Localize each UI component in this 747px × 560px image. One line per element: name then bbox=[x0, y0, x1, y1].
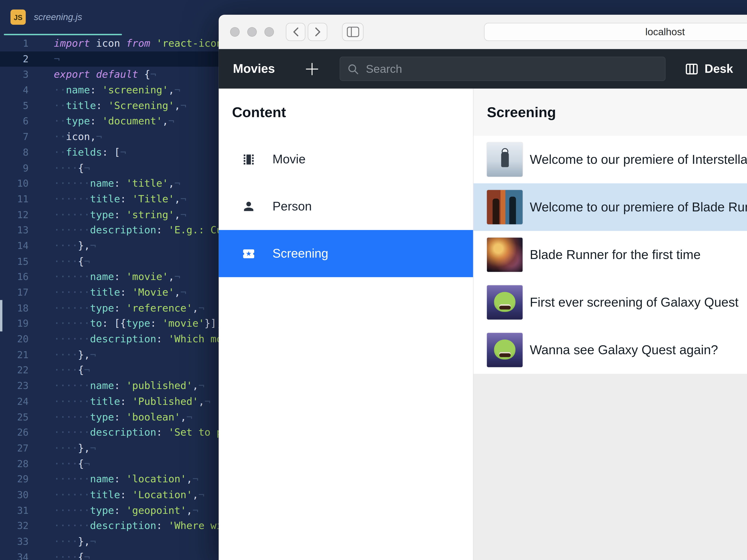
line-number: 4 bbox=[0, 82, 36, 98]
line-number: 17 bbox=[0, 285, 36, 300]
screening-pane-title: Screening bbox=[474, 89, 747, 136]
code-text: ······title: 'Location',¬ bbox=[36, 487, 205, 503]
line-number: 32 bbox=[0, 518, 36, 534]
screening-list-item[interactable]: First ever screening of Galaxy Quest bbox=[474, 278, 747, 326]
search-input[interactable] bbox=[365, 61, 658, 76]
code-text: ······to: [{type: 'movie'}],¬ bbox=[36, 316, 229, 331]
studio-navbar: Movies bbox=[219, 49, 747, 88]
code-text: ······title: 'Movie',¬ bbox=[36, 285, 186, 300]
code-text: ····{¬ bbox=[36, 456, 90, 472]
screening-list-item[interactable]: Welcome to our premiere of Interstellar bbox=[474, 136, 747, 183]
line-number: 18 bbox=[0, 300, 36, 316]
screening-list-item[interactable]: Welcome to our premiere of Blade Runner … bbox=[474, 183, 747, 231]
line-number: 24 bbox=[0, 394, 36, 409]
content-type-item-screening[interactable]: Screening bbox=[219, 230, 473, 277]
search-icon bbox=[347, 62, 359, 75]
content-pane-title: Content bbox=[219, 89, 473, 136]
line-number: 9 bbox=[0, 160, 36, 176]
code-text: ··name: 'screening',¬ bbox=[36, 82, 180, 98]
plus-icon bbox=[305, 62, 319, 76]
screening-list-item[interactable]: Wanna see Galaxy Quest again? bbox=[474, 326, 747, 374]
line-number: 15 bbox=[0, 254, 36, 269]
address-bar-url: localhost bbox=[645, 26, 685, 37]
desk-tool-button[interactable]: Desk bbox=[685, 49, 733, 88]
screening-item-title: Welcome to our premiere of Blade Runner … bbox=[530, 200, 747, 214]
screening-item-title: Blade Runner for the first time bbox=[530, 247, 700, 262]
line-number: 6 bbox=[0, 114, 36, 129]
code-text: ····},¬ bbox=[36, 441, 96, 456]
content-type-list: MoviePersonScreening bbox=[219, 136, 473, 277]
code-text: ······type: 'string',¬ bbox=[36, 207, 186, 222]
line-number: 26 bbox=[0, 425, 36, 441]
code-text: ····{¬ bbox=[36, 549, 90, 560]
address-bar[interactable]: localhost bbox=[484, 23, 747, 41]
sidebar-toggle-button[interactable] bbox=[342, 23, 363, 41]
line-number: 23 bbox=[0, 378, 36, 394]
code-text: ··type: 'document',¬ bbox=[36, 114, 174, 129]
person-icon bbox=[242, 200, 255, 213]
chevron-right-icon bbox=[315, 27, 320, 37]
line-number: 21 bbox=[0, 347, 36, 363]
screening-item-title: Wanna see Galaxy Quest again? bbox=[530, 343, 718, 357]
line-number: 19 bbox=[0, 316, 36, 331]
line-number: 10 bbox=[0, 176, 36, 191]
browser-window: localhost Movies bbox=[219, 15, 747, 560]
screening-item-title: First ever screening of Galaxy Quest bbox=[530, 295, 738, 310]
code-text: ······type: 'boolean',¬ bbox=[36, 409, 192, 425]
search-box[interactable] bbox=[340, 57, 666, 81]
editor-tab-screening-js[interactable]: JS screening.js bbox=[0, 0, 122, 34]
line-number: 1 bbox=[0, 36, 36, 51]
screening-item-title: Welcome to our premiere of Interstellar bbox=[530, 152, 747, 167]
code-text: export default {¬ bbox=[36, 67, 156, 82]
poster-thumbnail-galaxyquest bbox=[487, 285, 523, 319]
studio-app: Movies bbox=[219, 49, 747, 560]
window-minimize-button[interactable] bbox=[247, 27, 257, 37]
screening-document-list: Welcome to our premiere of InterstellarW… bbox=[474, 136, 747, 374]
line-number: 28 bbox=[0, 456, 36, 472]
code-text: ······name: 'movie',¬ bbox=[36, 269, 180, 285]
project-title[interactable]: Movies bbox=[233, 49, 275, 88]
back-button[interactable] bbox=[286, 23, 305, 41]
code-text: ····},¬ bbox=[36, 534, 96, 550]
new-document-button[interactable] bbox=[304, 61, 319, 77]
window-zoom-button[interactable] bbox=[264, 27, 274, 37]
forward-button[interactable] bbox=[308, 23, 327, 41]
studio-body: Content MoviePersonScreening Screening W… bbox=[219, 89, 747, 560]
line-number: 14 bbox=[0, 238, 36, 254]
window-close-button[interactable] bbox=[230, 27, 240, 37]
line-number: 29 bbox=[0, 472, 36, 487]
ticket-star-icon bbox=[242, 247, 255, 260]
desk-label: Desk bbox=[704, 62, 733, 76]
poster-thumbnail-interstellar bbox=[487, 142, 523, 177]
code-text: ······title: 'Published',¬ bbox=[36, 394, 210, 409]
content-type-item-movie[interactable]: Movie bbox=[219, 136, 473, 183]
line-number: 5 bbox=[0, 98, 36, 114]
screening-list-item[interactable]: Blade Runner for the first time bbox=[474, 231, 747, 278]
line-number: 13 bbox=[0, 222, 36, 238]
line-number: 27 bbox=[0, 441, 36, 456]
code-text: ······name: 'title',¬ bbox=[36, 176, 180, 191]
tab-filename: screening.js bbox=[34, 12, 82, 22]
screen: JS screening.js 1import icon from 'react… bbox=[0, 0, 747, 560]
browser-titlebar: localhost bbox=[219, 15, 747, 50]
columns-icon bbox=[685, 61, 699, 76]
line-number: 16 bbox=[0, 269, 36, 285]
code-text: ······type: 'reference',¬ bbox=[36, 300, 205, 316]
film-icon bbox=[242, 153, 255, 166]
javascript-file-icon: JS bbox=[10, 9, 26, 25]
content-type-item-person[interactable]: Person bbox=[219, 183, 473, 230]
screening-pane: Screening Welcome to our premiere of Int… bbox=[474, 89, 747, 560]
code-text: ··title: 'Screening',¬ bbox=[36, 98, 186, 114]
line-number: 12 bbox=[0, 207, 36, 222]
line-number: 8 bbox=[0, 145, 36, 160]
line-number: 25 bbox=[0, 409, 36, 425]
line-number: 34 bbox=[0, 549, 36, 560]
content-type-label: Screening bbox=[273, 246, 328, 261]
content-type-label: Movie bbox=[273, 152, 306, 167]
code-text: ····},¬ bbox=[36, 347, 96, 363]
code-text: ¬ bbox=[36, 51, 60, 67]
line-number: 31 bbox=[0, 503, 36, 518]
poster-thumbnail-bladerunner bbox=[487, 238, 523, 272]
code-text: ······title: 'Title',¬ bbox=[36, 191, 186, 207]
content-type-label: Person bbox=[273, 199, 312, 214]
